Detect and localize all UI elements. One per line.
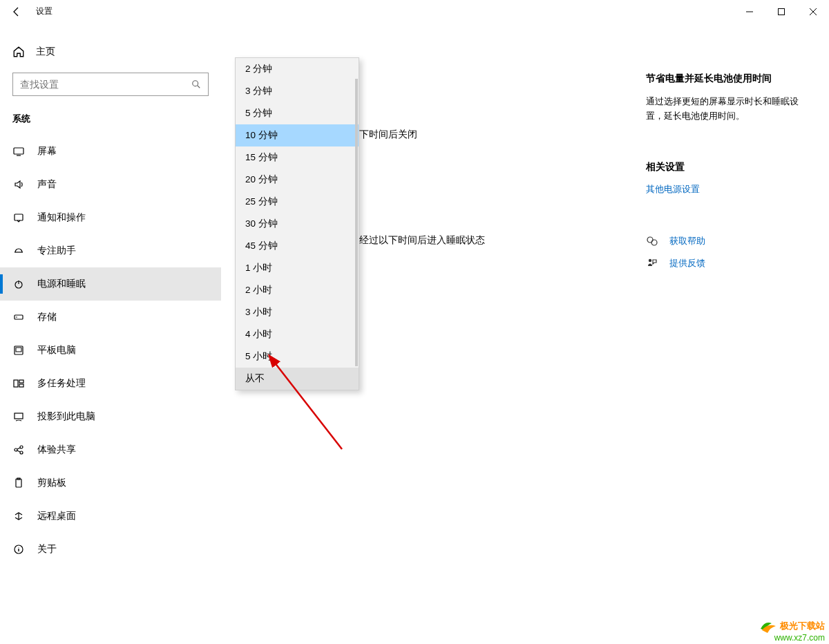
sleep-partial-text: 经过以下时间后进入睡眠状态 [359,234,485,247]
sidebar-home-label: 主页 [36,46,55,58]
time-dropdown-list[interactable]: 2 分钟3 分钟5 分钟10 分钟15 分钟20 分钟25 分钟30 分钟45 … [235,57,359,390]
svg-rect-12 [15,413,23,419]
sidebar: 主页 系统 屏幕声音通知和操作专注助手电源和睡眠存储平板电脑多任务处理投影到此电… [0,23,221,644]
shared-icon [12,444,25,456]
sidebar-home[interactable]: 主页 [0,38,221,66]
get-help-row[interactable]: 获取帮助 [646,230,812,252]
svg-rect-16 [16,479,21,487]
display-icon [12,145,25,158]
feedback-icon [646,258,658,269]
sidebar-nav-list: 屏幕声音通知和操作专注助手电源和睡眠存储平板电脑多任务处理投影到此电脑体验共享剪… [0,135,221,566]
dropdown-option[interactable]: 2 分钟 [236,58,359,80]
dropdown-option[interactable]: 3 分钟 [236,80,359,102]
sidebar-item-about[interactable]: 关于 [0,533,221,566]
watermark-line1: 极光下载站 [780,620,825,632]
watermark: 极光下载站 www.xz7.com [758,619,825,643]
help-icon [646,236,658,247]
svg-point-15 [20,451,23,454]
related-link-other-power[interactable]: 其他电源设置 [646,183,812,196]
sidebar-item-label: 屏幕 [37,145,57,158]
search-input[interactable] [13,79,184,90]
dropdown-option[interactable]: 30 分钟 [236,213,359,235]
sidebar-item-tablet[interactable]: 平板电脑 [0,334,221,367]
dropdown-option[interactable]: 1 小时 [236,257,359,279]
svg-rect-2 [14,148,23,154]
sidebar-item-label: 声音 [37,178,57,191]
sidebar-item-projecting[interactable]: 投影到此电脑 [0,400,221,433]
related-heading: 相关设置 [646,161,812,173]
sidebar-item-display[interactable]: 屏幕 [0,135,221,168]
tip-heading: 节省电量并延长电池使用时间 [646,73,812,85]
sidebar-item-label: 体验共享 [37,444,76,456]
focus-icon [12,245,25,257]
dropdown-option[interactable]: 25 分钟 [236,191,359,213]
back-button[interactable] [0,0,33,23]
dropdown-option[interactable]: 5 小时 [236,345,359,368]
dropdown-option[interactable]: 5 分钟 [236,102,359,124]
svg-rect-11 [19,384,23,387]
sidebar-item-clipboard[interactable]: 剪贴板 [0,466,221,500]
dropdown-option[interactable]: 20 分钟 [236,169,359,191]
maximize-icon [778,8,785,15]
dropdown-option[interactable]: 15 分钟 [236,146,359,169]
sidebar-item-label: 存储 [37,311,57,323]
projecting-icon [12,410,25,423]
dropdown-option[interactable]: 45 分钟 [236,235,359,257]
sidebar-item-remote[interactable]: 远程桌面 [0,500,221,533]
clipboard-icon [12,477,25,489]
remote-icon [12,510,25,522]
titlebar: 设置 [0,0,829,23]
sidebar-item-label: 专注助手 [37,245,76,257]
dropdown-option[interactable]: 从不 [236,368,359,390]
svg-point-1 [193,81,198,86]
maximize-button[interactable] [765,0,797,23]
multitask-icon [12,377,25,390]
about-icon [12,543,25,556]
watermark-logo-icon [758,619,777,633]
sidebar-item-label: 多任务处理 [37,377,86,390]
dropdown-scrollbar[interactable] [355,79,358,366]
search-icon [184,79,208,89]
minimize-icon [746,8,753,15]
sidebar-item-label: 平板电脑 [37,344,76,357]
sidebar-item-label: 通知和操作 [37,211,86,224]
sidebar-item-notifications[interactable]: 通知和操作 [0,201,221,234]
screen-off-partial-text: 下时间后关闭 [359,129,417,141]
svg-rect-10 [19,380,23,383]
sidebar-item-power[interactable]: 电源和睡眠 [0,267,221,301]
give-feedback-link[interactable]: 提供反馈 [669,257,705,269]
sidebar-item-focus[interactable]: 专注助手 [0,234,221,267]
sidebar-item-multitask[interactable]: 多任务处理 [0,367,221,400]
close-button[interactable] [797,0,829,23]
sound-icon [12,178,25,191]
tablet-icon [12,344,25,357]
get-help-link[interactable]: 获取帮助 [669,235,705,247]
dropdown-option[interactable]: 2 小时 [236,279,359,301]
svg-point-20 [651,240,657,245]
sidebar-item-label: 电源和睡眠 [37,278,86,290]
sidebar-item-sound[interactable]: 声音 [0,168,221,201]
svg-point-14 [20,446,23,448]
minimize-button[interactable] [734,0,765,23]
sidebar-item-storage[interactable]: 存储 [0,301,221,334]
give-feedback-row[interactable]: 提供反馈 [646,252,812,274]
sidebar-item-label: 剪贴板 [37,477,66,489]
storage-icon [12,311,25,323]
tip-body: 通过选择更短的屏幕显示时长和睡眠设置，延长电池使用时间。 [646,95,812,124]
svg-point-6 [16,316,17,318]
sidebar-item-label: 关于 [37,543,57,556]
dropdown-option[interactable]: 4 小时 [236,323,359,345]
svg-point-13 [15,448,17,451]
close-icon [810,8,817,15]
right-info-column: 节省电量并延长电池使用时间 通过选择更短的屏幕显示时长和睡眠设置，延长电池使用时… [646,73,812,274]
svg-rect-3 [15,214,23,220]
search-box[interactable] [12,73,209,96]
watermark-line2: www.xz7.com [758,633,825,643]
sidebar-item-shared[interactable]: 体验共享 [0,433,221,466]
power-icon [12,278,25,290]
dropdown-option[interactable]: 10 分钟 [236,124,359,146]
arrow-left-icon [11,6,22,17]
svg-rect-9 [14,380,18,387]
svg-rect-0 [779,8,785,15]
dropdown-option[interactable]: 3 小时 [236,301,359,323]
